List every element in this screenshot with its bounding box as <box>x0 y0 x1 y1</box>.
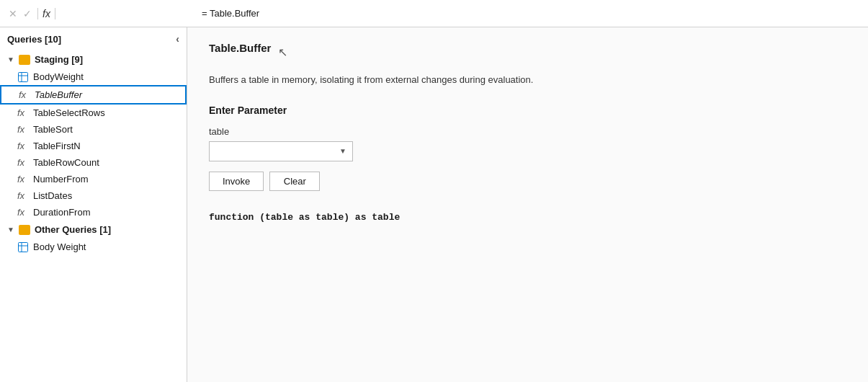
fx-icon-durationfrom: fx <box>17 207 29 218</box>
clear-button[interactable]: Clear <box>269 172 320 191</box>
sidebar-item-tablesort[interactable]: fx TableSort <box>0 121 187 138</box>
sidebar-title: Queries [10] <box>7 34 61 45</box>
otherqueries-folder-icon <box>19 225 30 235</box>
tableselectrows-label: TableSelectRows <box>33 107 105 118</box>
tablerowcount-label: TableRowCount <box>33 157 99 168</box>
fx-icon-listdates: fx <box>17 190 29 201</box>
table-icon-bodyweight <box>17 72 29 82</box>
cursor-pointer-icon: ↖ <box>278 45 287 59</box>
fx-label: fx <box>37 8 55 19</box>
svg-rect-0 <box>19 72 28 81</box>
table-icon-bodyweight2 <box>17 242 29 252</box>
bodyweight-label: BodyWeight <box>33 71 84 82</box>
staging-chevron: ▼ <box>7 55 14 63</box>
param-select-dropdown[interactable]: ▼ <box>209 141 353 161</box>
fx-icon-tableselectrows: fx <box>17 107 29 118</box>
tablebuffer-label: TableBuffer <box>35 89 82 100</box>
tablesort-label: TableSort <box>33 124 73 135</box>
sidebar: Queries [10] ‹ ▼ Staging [9] BodyWeight … <box>0 27 187 382</box>
formula-bar: ✕ ✓ fx <box>0 0 868 27</box>
fx-icon-tablesort: fx <box>17 124 29 135</box>
otherqueries-group-label: Other Queries [1] <box>35 224 111 235</box>
cancel-icon[interactable]: ✕ <box>9 8 17 19</box>
listdates-label: ListDates <box>33 190 72 201</box>
svg-rect-3 <box>19 242 28 252</box>
sidebar-group-otherqueries[interactable]: ▼ Other Queries [1] <box>0 221 187 239</box>
formula-input[interactable] <box>199 6 862 20</box>
function-description: Buffers a table in memory, isolating it … <box>209 73 846 87</box>
fx-icon-tablerowcount: fx <box>17 157 29 168</box>
enter-parameter-title: Enter Parameter <box>209 105 846 116</box>
sidebar-item-tablebuffer[interactable]: fx TableBuffer <box>0 85 187 105</box>
fx-icon-numberfrom: fx <box>17 174 29 185</box>
sidebar-item-bodyweight[interactable]: BodyWeight <box>0 68 187 85</box>
sidebar-item-tablerowcount[interactable]: fx TableRowCount <box>0 154 187 171</box>
tablefirstn-label: TableFirstN <box>33 141 81 151</box>
otherqueries-chevron: ▼ <box>7 226 14 234</box>
param-label: table <box>209 126 846 137</box>
invoke-button[interactable]: Invoke <box>209 172 264 191</box>
sidebar-header: Queries [10] ‹ <box>0 27 187 50</box>
durationfrom-label: DurationFrom <box>33 207 90 218</box>
sidebar-item-tableselectrows[interactable]: fx TableSelectRows <box>0 105 187 121</box>
dropdown-arrow-icon: ▼ <box>339 147 346 155</box>
sidebar-item-durationfrom[interactable]: fx DurationFrom <box>0 204 187 221</box>
sidebar-item-numberfrom[interactable]: fx NumberFrom <box>0 171 187 187</box>
sidebar-item-listdates[interactable]: fx ListDates <box>0 187 187 204</box>
function-title: Table.Buffer <box>209 42 271 54</box>
confirm-icon[interactable]: ✓ <box>23 8 32 19</box>
sidebar-item-bodyweight2[interactable]: Body Weight <box>0 239 187 255</box>
sidebar-item-tablefirstn[interactable]: fx TableFirstN <box>0 138 187 154</box>
bodyweight2-label: Body Weight <box>33 241 86 252</box>
staging-folder-icon <box>19 55 30 65</box>
function-signature: function (table as table) as table <box>209 211 846 223</box>
collapse-icon[interactable]: ‹ <box>176 33 179 45</box>
numberfrom-label: NumberFrom <box>33 174 89 185</box>
fx-icon-tablefirstn: fx <box>17 141 29 151</box>
formula-bar-left: ✕ ✓ fx <box>6 8 193 19</box>
formula-icons: ✕ ✓ fx <box>6 8 55 19</box>
sidebar-group-staging[interactable]: ▼ Staging [9] <box>0 50 187 68</box>
content-panel: Table.Buffer ↖ Buffers a table in memory… <box>187 27 868 382</box>
buttons-row: Invoke Clear <box>209 172 846 191</box>
fx-icon-tablebuffer: fx <box>19 89 30 100</box>
main-layout: Queries [10] ‹ ▼ Staging [9] BodyWeight … <box>0 27 868 382</box>
staging-group-label: Staging [9] <box>35 54 83 65</box>
